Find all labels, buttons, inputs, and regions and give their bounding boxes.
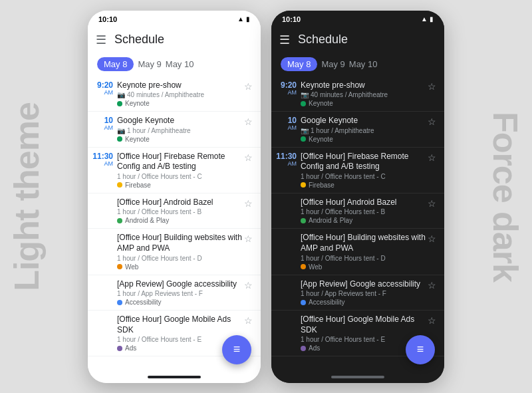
force-dark-label: Force dark (485, 112, 525, 282)
event-item-google-keynote-light[interactable]: 10 AM Google Keynote 📷 1 hour / Amphithe… (88, 112, 261, 148)
tag-label-3-dark: Firebase (309, 182, 334, 189)
star-icon-4-light[interactable]: ☆ (242, 197, 254, 209)
top-bar-light: ☰ Schedule (88, 25, 261, 55)
event-content-6-dark: [App Review] Google accessibility 1 hour… (301, 279, 426, 307)
star-icon-4-dark[interactable]: ☆ (426, 197, 438, 209)
date-chip-may10-dark[interactable]: May 10 (349, 59, 378, 69)
event-content-5-light: [Office Hour] Building websites with AMP… (117, 233, 242, 270)
fab-icon-dark: ≡ (417, 342, 424, 356)
star-icon-3-light[interactable]: ☆ (242, 152, 254, 163)
event-item-amp-dark[interactable]: [Office Hour] Building websites with AMP… (271, 229, 444, 275)
date-chips-light: May 8 May 9 May 10 (88, 55, 261, 76)
event-item-amp-light[interactable]: [Office Hour] Building websites with AMP… (88, 229, 261, 275)
event-content-3-light: [Office Hour] Firebase Remote Config and… (117, 152, 242, 189)
event-title-7-dark: [Office Hour] Google Mobile Ads SDK (301, 315, 426, 335)
star-icon-2-light[interactable]: ☆ (242, 116, 254, 127)
time-ampm-2-light: AM (104, 125, 114, 132)
tag-label-4-light: Android & Play (125, 217, 169, 224)
event-meta-3-light: 1 hour / Office Hours tent - C (117, 173, 242, 180)
event-title-4-light: [Office Hour] Android Bazel (117, 197, 242, 208)
event-item-keynote-preshow-dark[interactable]: 9:20 AM Keynote pre-show 📷 40 minutes / … (271, 76, 444, 112)
tag-dot-2-light (117, 136, 122, 142)
star-icon-7-light[interactable]: ☆ (242, 315, 254, 326)
star-icon-5-light[interactable]: ☆ (242, 233, 254, 244)
event-tag-4-dark: Android & Play (301, 217, 426, 224)
star-icon-7-dark[interactable]: ☆ (426, 315, 438, 326)
event-meta-6-dark: 1 hour / App Reviews tent - F (301, 290, 426, 297)
event-tag-1-dark: Keynote (301, 100, 426, 107)
nav-bar-light (148, 376, 201, 378)
time-ampm-1-dark: AM (288, 90, 297, 96)
event-item-firebase-dark[interactable]: 11:30 AM [Office Hour] Firebase Remote C… (271, 148, 444, 194)
date-chip-active-light[interactable]: May 8 (97, 57, 134, 71)
event-tag-3-light: Firebase (117, 182, 242, 189)
tag-label-5-dark: Web (309, 263, 322, 271)
date-chip-may9-dark[interactable]: May 9 (321, 59, 344, 69)
tag-label-5-light: Web (125, 263, 138, 271)
star-icon-1-light[interactable]: ☆ (242, 80, 254, 92)
app-title-light: Schedule (114, 33, 164, 47)
date-chip-active-dark[interactable]: May 8 (281, 57, 317, 71)
battery-icon: ▮ (246, 15, 250, 23)
event-item-accessibility-dark[interactable]: [App Review] Google accessibility 1 hour… (271, 275, 444, 311)
event-item-bazel-light[interactable]: [Office Hour] Android Bazel 1 hour / Off… (88, 194, 261, 229)
date-chip-may9-light[interactable]: May 9 (138, 59, 161, 69)
hamburger-icon-dark[interactable]: ☰ (279, 33, 290, 47)
event-title-1-light: Keynote pre-show (117, 80, 242, 91)
event-title-5-light: [Office Hour] Building websites with AMP… (117, 233, 242, 253)
time-col-1-dark: 9:20 AM (278, 80, 301, 96)
event-tag-5-dark: Web (301, 263, 426, 271)
event-meta-1-light: 📷 40 minutes / Amphitheatre (117, 91, 242, 98)
light-theme-label: Light theme (7, 102, 47, 291)
event-meta-3-dark: 1 hour / Office Hours tent - C (301, 173, 426, 180)
time-ampm-3-light: AM (104, 161, 114, 168)
tag-label-7-dark: Ads (309, 344, 320, 352)
star-icon-6-dark[interactable]: ☆ (426, 279, 438, 291)
event-tag-3-dark: Firebase (301, 182, 426, 189)
tag-dot-2-dark (301, 136, 306, 142)
event-meta-2-light: 📷 1 hour / Amphitheatre (117, 127, 242, 134)
event-tag-5-light: Web (117, 263, 242, 271)
star-icon-6-light[interactable]: ☆ (242, 279, 254, 291)
tag-label-6-dark: Accessibility (309, 299, 344, 306)
event-title-3-light: [Office Hour] Firebase Remote Config and… (117, 152, 242, 172)
event-item-firebase-light[interactable]: 11:30 AM [Office Hour] Firebase Remote C… (88, 148, 261, 194)
event-item-bazel-dark[interactable]: [Office Hour] Android Bazel 1 hour / Off… (271, 194, 444, 229)
star-icon-5-dark[interactable]: ☆ (426, 233, 438, 244)
hamburger-icon-light[interactable]: ☰ (96, 33, 106, 47)
phones-container: 10:10 ▲ ▮ ☰ Schedule May 8 May 9 May 10 … (88, 11, 444, 383)
event-title-7-light: [Office Hour] Google Mobile Ads SDK (117, 315, 242, 335)
tag-dot-3-light (117, 182, 122, 188)
tag-dot-4-dark (301, 218, 306, 223)
event-title-3-dark: [Office Hour] Firebase Remote Config and… (301, 152, 426, 172)
event-meta-5-light: 1 hour / Office Hours tent - D (117, 255, 242, 262)
time-hour-3-light: 11:30 (92, 152, 113, 161)
star-icon-3-dark[interactable]: ☆ (426, 152, 438, 163)
date-chip-may10-light[interactable]: May 10 (166, 59, 194, 69)
tag-dot-6-dark (301, 300, 306, 305)
event-item-accessibility-light[interactable]: [App Review] Google accessibility 1 hour… (88, 275, 261, 311)
tag-dot-6-light (117, 300, 122, 305)
event-item-keynote-preshow-light[interactable]: 9:20 AM Keynote pre-show 📷 40 minutes / … (88, 76, 261, 112)
status-icons-dark: ▲ ▮ (421, 15, 434, 23)
star-icon-2-dark[interactable]: ☆ (426, 116, 438, 127)
tag-dot-1-light (117, 101, 122, 106)
tag-label-3-light: Firebase (125, 182, 151, 189)
camera-icon-1-light: 📷 (117, 91, 125, 98)
schedule-list-light: 9:20 AM Keynote pre-show 📷 40 minutes / … (88, 76, 261, 371)
tag-dot-1-dark (301, 101, 306, 106)
event-meta-2-dark: 📷 1 hour / Amphitheatre (301, 127, 426, 134)
battery-icon-dark: ▮ (430, 15, 434, 23)
event-title-4-dark: [Office Hour] Android Bazel (301, 197, 426, 208)
star-icon-1-dark[interactable]: ☆ (426, 80, 438, 92)
nav-bar-dark (331, 376, 384, 378)
fab-dark[interactable]: ≡ (406, 335, 435, 364)
tag-label-1-light: Keynote (125, 100, 150, 107)
event-title-2-dark: Google Keynote (301, 116, 426, 126)
event-item-google-keynote-dark[interactable]: 10 AM Google Keynote 📷 1 hour / Amphithe… (271, 112, 444, 148)
time-hour-3-dark: 11:30 (276, 152, 297, 161)
event-tag-2-light: Keynote (117, 136, 242, 143)
event-title-6-dark: [App Review] Google accessibility (301, 279, 426, 290)
fab-light[interactable]: ≡ (222, 335, 251, 364)
event-content-4-dark: [Office Hour] Android Bazel 1 hour / Off… (301, 197, 426, 225)
